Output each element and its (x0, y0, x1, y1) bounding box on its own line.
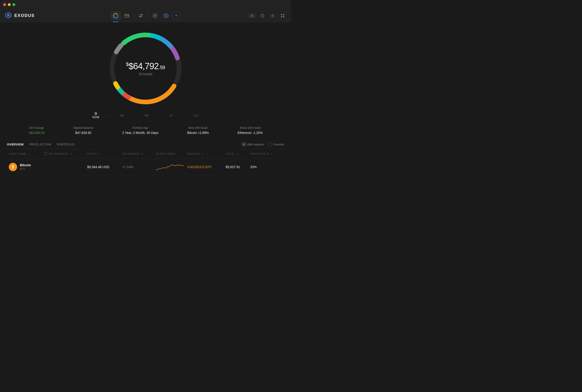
header-balance[interactable]: BALANCE ⇅ (186, 149, 224, 159)
lock-toggle[interactable] (248, 13, 256, 18)
stats-bar: 24h Change +$2,930.03 Highest Balance $4… (0, 121, 291, 140)
timeline-now[interactable]: NOW (92, 112, 100, 119)
timeline-1m-label: 1M (120, 114, 124, 117)
logo: EXODUS (5, 12, 75, 20)
svg-point-7 (154, 15, 156, 16)
asset-table: ASSET NAME ⇅ ?APY REWARDS ⇅ PRICE ⇅ 24H … (7, 149, 284, 175)
nav-tab-web3[interactable] (161, 11, 171, 20)
with-balance-checkbox[interactable]: ✓ (242, 142, 246, 146)
title-bar (0, 0, 291, 9)
change-cell: +7.14% (120, 159, 154, 175)
stat-worst-label: Worst 24H Asset (238, 126, 263, 130)
table-header: ASSET NAME ⇅ ?APY REWARDS ⇅ PRICE ⇅ 24H … (7, 149, 284, 159)
timeline: NOW 1M 6M 1Y ALL (88, 112, 203, 119)
timeline-6m-label: 6M (144, 114, 149, 117)
timeline-now-dot (94, 112, 97, 115)
header-24h[interactable]: 24H CHANGE ⇅ (120, 149, 154, 159)
nav-tab-wallet[interactable] (122, 11, 132, 20)
nav-tab-exchange[interactable] (136, 11, 146, 20)
svg-rect-13 (281, 14, 282, 15)
settings-icon (270, 14, 274, 18)
stat-age-value: 2 Year, 3 Month, 30 Days (122, 131, 158, 134)
close-button[interactable] (3, 3, 6, 6)
timeline-1y[interactable]: 1Y (169, 114, 173, 117)
table-body: ₿ Bitcoin BTC $9,364.48 USD +7.14% (7, 159, 284, 175)
asset-symbol: BTC (20, 168, 26, 171)
stat-age-label: Portfolio Age (122, 126, 158, 130)
portfolio-value: $$64,792.59 (126, 61, 165, 71)
sort-asset-name: ⇅ (28, 153, 30, 155)
header-apy[interactable]: ?APY REWARDS ⇅ (42, 149, 85, 159)
table-filters: ✓ With balance Favorite (242, 142, 284, 146)
timeline-1m[interactable]: 1M (120, 114, 124, 117)
asset-name-text: Bitcoin BTC (20, 163, 31, 171)
header-value[interactable]: VALUE ⇅ (224, 149, 248, 159)
nav-right (216, 12, 286, 20)
table-row: ₿ Bitcoin BTC $9,364.48 USD +7.14% (7, 159, 284, 175)
favorite-checkbox[interactable] (268, 142, 272, 146)
settings-icon-button[interactable] (269, 12, 276, 20)
filter-with-balance[interactable]: ✓ With balance (242, 142, 264, 146)
table-section: OVERVIEW PRICE ACTION PORTFOLIO ✓ With b… (0, 142, 291, 175)
stat-24h-label: 24h Change (28, 126, 44, 130)
navbar: EXODUS (0, 9, 291, 22)
assets-count: 10 Assets (126, 72, 165, 76)
stat-highest-label: Highest Balance (73, 126, 94, 130)
svg-rect-15 (281, 16, 282, 17)
stat-24h-value: +$2,930.03 (28, 131, 44, 134)
header-price[interactable]: PRICE ⇅ (85, 149, 120, 159)
add-tab-button[interactable]: + (172, 12, 180, 20)
history-icon (260, 14, 264, 18)
nav-tab-portfolio[interactable] (110, 11, 121, 20)
wallet-icon (124, 13, 129, 18)
sort-apy: ⇅ (70, 153, 72, 155)
nft-icon (152, 13, 158, 18)
exodus-logo-icon (5, 12, 12, 20)
header-portfolio[interactable]: PORTFOLIO % ⇅ (248, 149, 284, 159)
apy-cell (42, 159, 85, 175)
btc-icon: ₿ (9, 163, 17, 171)
asset-name: Bitcoin (20, 163, 31, 167)
stat-best-asset: Best 24H Asset Bitcoin +2.89% (187, 126, 209, 134)
timeline-all-label: ALL (194, 114, 199, 117)
tab-overview[interactable]: OVERVIEW (7, 143, 24, 146)
svg-rect-10 (251, 16, 253, 17)
stat-best-label: Best 24H Asset (187, 126, 209, 130)
nav-divider (134, 12, 134, 19)
stat-highest-value: $47,839.82 (73, 131, 94, 134)
sort-24h: ⇅ (141, 153, 144, 155)
sort-balance: ⇅ (202, 153, 204, 155)
portfolio-pct-cell: 33% (248, 159, 284, 175)
sort-value: ⇅ (236, 153, 238, 155)
stat-best-value: Bitcoin +2.89% (187, 131, 209, 134)
balance-value: 0.60205315 BTC (187, 165, 212, 169)
stat-portfolio-age: Portfolio Age 2 Year, 3 Month, 30 Days (122, 126, 158, 134)
grid-icon (280, 14, 285, 18)
timeline-6m[interactable]: 6M (144, 114, 149, 117)
maximize-button[interactable] (12, 3, 15, 6)
tab-portfolio[interactable]: PORTFOLIO (57, 143, 75, 146)
timeline-all[interactable]: ALL (194, 114, 199, 117)
asset-name-cell: ₿ Bitcoin BTC (7, 159, 42, 175)
table-tabs: OVERVIEW PRICE ACTION PORTFOLIO ✓ With b… (7, 142, 284, 149)
header-asset-name[interactable]: ASSET NAME ⇅ (7, 149, 42, 159)
nav-tab-nft[interactable] (150, 11, 160, 20)
sort-portfolio: ⇅ (271, 153, 273, 155)
header-trend: 30 DAY TREND (154, 149, 186, 159)
tab-price-action[interactable]: PRICE ACTION (29, 143, 51, 146)
portfolio-icon (113, 13, 118, 18)
grid-icon-button[interactable] (279, 12, 286, 20)
exchange-icon (138, 13, 144, 18)
stat-worst-asset: Worst 24H Asset Ethereum -1,25% (238, 126, 263, 134)
main-content: $$64,792.59 10 Assets NOW 1M 6M 1Y (0, 22, 291, 196)
favorite-label: Favorite (273, 143, 284, 146)
web3-icon (164, 13, 169, 18)
history-icon-button[interactable] (258, 12, 266, 20)
minimize-button[interactable] (8, 3, 11, 6)
donut-chart: $$64,792.59 10 Assets (104, 27, 187, 110)
donut-center: $$64,792.59 10 Assets (126, 61, 165, 76)
apy-help-icon[interactable]: ? (44, 152, 48, 156)
logo-text: EXODUS (14, 13, 35, 18)
svg-rect-14 (283, 14, 284, 15)
filter-favorite[interactable]: Favorite (268, 142, 284, 146)
